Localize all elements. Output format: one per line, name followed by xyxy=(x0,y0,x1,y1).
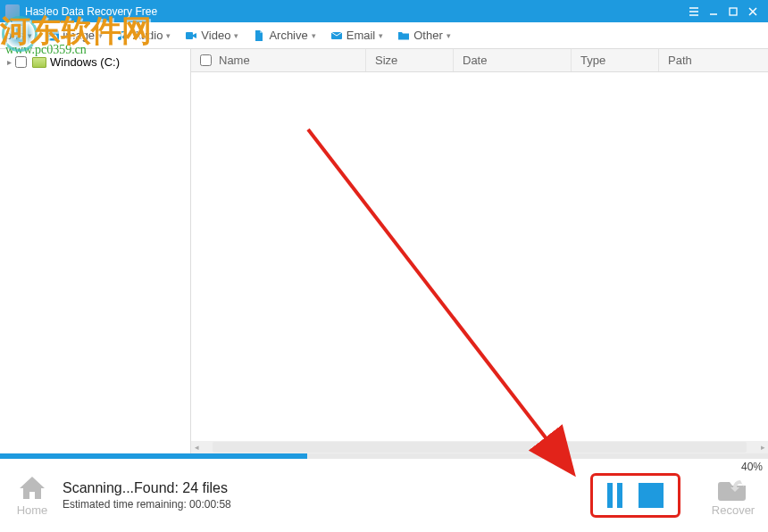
scroll-left-icon[interactable]: ◂ xyxy=(191,442,202,453)
chevron-down-icon: ▾ xyxy=(312,31,316,40)
col-path[interactable]: Path xyxy=(659,49,768,71)
chevron-down-icon: ▾ xyxy=(447,31,451,40)
col-date[interactable]: Date xyxy=(454,49,572,71)
progress-percent: 40% xyxy=(741,461,763,473)
recover-button[interactable]: Recover xyxy=(707,475,759,517)
pause-button[interactable] xyxy=(607,483,622,508)
svg-rect-3 xyxy=(186,32,193,39)
footer: 40% Home Scanning...Found: 24 files Esti… xyxy=(0,459,768,532)
recover-icon xyxy=(717,475,749,502)
status-eta: Estimated time remaining: 00:00:58 xyxy=(63,498,231,511)
scroll-right-icon[interactable]: ▸ xyxy=(757,442,768,453)
filter-other[interactable]: Other▾ xyxy=(397,29,451,42)
drive-label: Windows (C:) xyxy=(50,55,120,69)
tree-item-drive-c[interactable]: ▸ Windows (C:) xyxy=(0,53,190,71)
drive-icon xyxy=(32,57,46,68)
titlebar: Hasleo Data Recovery Free xyxy=(0,0,768,22)
app-icon xyxy=(5,4,20,19)
home-icon xyxy=(17,475,47,502)
col-type[interactable]: Type xyxy=(572,49,659,71)
scan-controls-highlight xyxy=(590,473,680,518)
image-icon xyxy=(46,29,59,42)
sidebar: ▸ Windows (C:) xyxy=(0,49,191,453)
chevron-down-icon: ▾ xyxy=(379,31,383,40)
scroll-track[interactable] xyxy=(213,442,747,453)
close-button[interactable] xyxy=(743,4,763,19)
horizontal-scrollbar[interactable]: ◂ ▸ xyxy=(191,441,768,453)
file-list-panel: Name Size Date Type Path ◂ ▸ xyxy=(191,49,768,453)
folder-icon xyxy=(397,29,410,42)
stop-button[interactable] xyxy=(639,483,664,508)
table-header: Name Size Date Type Path xyxy=(191,49,768,72)
chevron-down-icon: ▾ xyxy=(28,31,32,40)
audio-icon xyxy=(117,29,129,42)
chevron-down-icon: ▾ xyxy=(166,31,171,40)
status-found: Scanning...Found: 24 files xyxy=(63,480,231,496)
select-all-checkbox[interactable] xyxy=(200,54,212,66)
chevron-down-icon: ▾ xyxy=(98,31,103,40)
home-button[interactable]: Home xyxy=(9,475,55,517)
tree-expand-icon[interactable]: ▸ xyxy=(7,57,12,67)
table-body xyxy=(191,72,768,441)
email-icon xyxy=(330,29,343,42)
content-area: ▸ Windows (C:) Name Size Date Type Path … xyxy=(0,49,768,453)
drive-checkbox[interactable] xyxy=(15,56,27,68)
col-name[interactable]: Name xyxy=(191,49,366,71)
filter-email[interactable]: Email▾ xyxy=(330,29,384,42)
filter-image[interactable]: Image▾ xyxy=(46,29,103,42)
scan-status: Scanning...Found: 24 files Estimated tim… xyxy=(63,480,231,511)
chevron-down-icon: ▾ xyxy=(234,31,238,40)
svg-rect-0 xyxy=(730,8,737,15)
filter-archive[interactable]: Archive▾ xyxy=(253,29,315,42)
col-size[interactable]: Size xyxy=(366,49,454,71)
video-icon xyxy=(185,29,197,42)
svg-rect-1 xyxy=(46,30,59,40)
archive-icon xyxy=(253,29,265,42)
menu-button[interactable] xyxy=(684,4,704,19)
maximize-button[interactable] xyxy=(723,4,743,19)
window-title: Hasleo Data Recovery Free xyxy=(25,5,684,18)
filter-video[interactable]: Video▾ xyxy=(185,29,238,42)
filter-toolbar: pes▾ Image▾ Audio▾ Video▾ Archive▾ Email… xyxy=(0,22,768,49)
pause-icon xyxy=(607,483,613,508)
minimize-button[interactable] xyxy=(704,4,723,19)
filter-types[interactable]: pes▾ xyxy=(5,29,32,42)
svg-point-2 xyxy=(49,32,52,35)
filter-audio[interactable]: Audio▾ xyxy=(117,29,171,42)
